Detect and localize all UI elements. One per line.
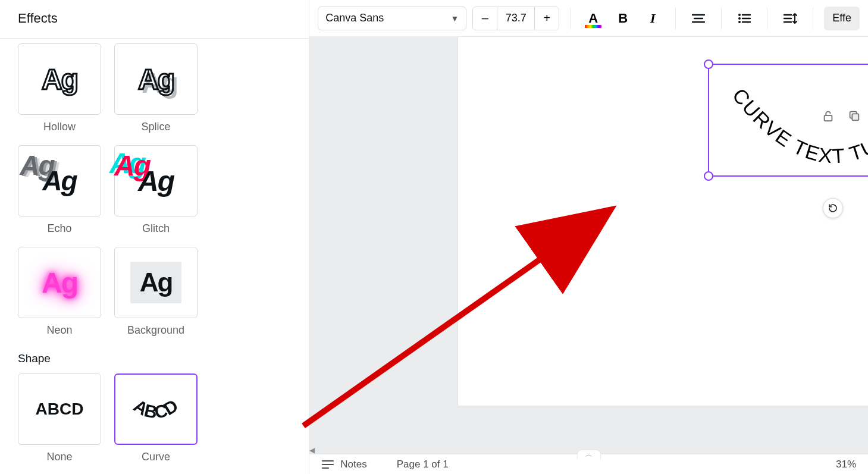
svg-rect-9 xyxy=(852,114,858,120)
shape-label: None xyxy=(46,451,72,463)
shape-none[interactable]: ABCD None xyxy=(18,373,101,463)
text-color-icon: A xyxy=(588,11,598,26)
spacing-button[interactable] xyxy=(778,7,802,30)
spacing-icon xyxy=(783,12,797,24)
align-center-icon xyxy=(692,13,705,24)
effect-label: Background xyxy=(127,324,184,337)
copy-icon xyxy=(848,109,861,123)
svg-rect-7 xyxy=(825,115,832,121)
effect-label: Echo xyxy=(47,222,71,235)
shape-heading: Shape xyxy=(18,352,291,365)
font-family-select[interactable]: Canva Sans ▼ xyxy=(318,7,466,30)
design-page[interactable]: CURVE TEXT TUTORIAL xyxy=(458,37,868,406)
shape-label: Curve xyxy=(142,451,170,463)
notes-button[interactable]: Notes xyxy=(340,459,366,470)
text-color-button[interactable]: A xyxy=(581,7,605,30)
lock-button[interactable] xyxy=(819,107,837,125)
lock-icon xyxy=(822,109,835,123)
effect-echo[interactable]: AgAgAgAg Echo xyxy=(18,145,101,235)
font-size-input[interactable] xyxy=(497,7,535,30)
italic-button[interactable]: I xyxy=(641,7,665,30)
bold-button[interactable]: B xyxy=(611,7,635,30)
hollow-icon: Ag xyxy=(42,63,77,96)
echo-icon: AgAgAgAg xyxy=(42,165,76,197)
rotate-icon xyxy=(828,203,838,214)
svg-text:CURVE TEXT TUTORIAL: CURVE TEXT TUTORIAL xyxy=(728,84,868,167)
font-size-decrease-button[interactable]: – xyxy=(473,7,497,30)
zoom-level[interactable]: 31% xyxy=(836,459,856,470)
svg-point-1 xyxy=(738,14,741,16)
scroll-left-icon: ◀ xyxy=(309,446,318,454)
effect-splice[interactable]: AgAg Splice xyxy=(114,43,198,133)
svg-text:ABCD: ABCD xyxy=(130,395,181,422)
splice-icon: AgAg xyxy=(138,63,174,96)
effect-label: Splice xyxy=(141,121,170,133)
shape-none-icon: ABCD xyxy=(36,400,84,419)
canvas-area[interactable]: CURVE TEXT TUTORIAL xyxy=(309,37,868,474)
align-button[interactable] xyxy=(687,7,710,30)
text-toolbar: Canva Sans ▼ – + A B I xyxy=(309,0,868,37)
effects-panel: Effects Ag Hollow AgAg Splice AgAgAgAg E… xyxy=(0,0,309,474)
chevron-up-icon: ︿ xyxy=(585,450,593,460)
bold-icon: B xyxy=(618,11,628,26)
shape-curve-icon: ABCD xyxy=(120,385,192,433)
italic-icon: I xyxy=(650,11,656,26)
list-icon xyxy=(738,13,751,24)
effect-label: Glitch xyxy=(142,222,170,235)
font-size-increase-button[interactable]: + xyxy=(535,7,559,30)
status-bar: ︿ Notes Page 1 of 1 31% xyxy=(309,454,868,474)
show-pages-button[interactable]: ︿ xyxy=(577,450,601,459)
neon-icon: Ag xyxy=(42,266,77,299)
rotate-handle[interactable] xyxy=(823,198,843,218)
svg-point-3 xyxy=(738,21,741,23)
panel-title: Effects xyxy=(0,0,309,39)
shape-curve[interactable]: ABCD Curve xyxy=(114,373,198,463)
font-name: Canva Sans xyxy=(325,12,384,24)
effect-label: Neon xyxy=(46,324,72,337)
glitch-icon: AgAgAg xyxy=(138,165,174,197)
chevron-down-icon: ▼ xyxy=(450,14,459,23)
effect-hollow[interactable]: Ag Hollow xyxy=(18,43,101,133)
background-icon: Ag xyxy=(130,262,182,303)
effect-label: Hollow xyxy=(43,121,76,133)
effects-button[interactable]: Effe xyxy=(824,7,860,30)
duplicate-page-button[interactable] xyxy=(845,107,863,125)
effect-background[interactable]: Ag Background xyxy=(114,247,198,337)
effect-glitch[interactable]: AgAgAg Glitch xyxy=(114,145,198,235)
svg-point-2 xyxy=(738,17,741,20)
list-button[interactable] xyxy=(732,7,756,30)
page-indicator: Page 1 of 1 xyxy=(397,459,449,470)
effect-neon[interactable]: Ag Neon xyxy=(18,247,101,337)
notes-icon xyxy=(321,459,334,470)
